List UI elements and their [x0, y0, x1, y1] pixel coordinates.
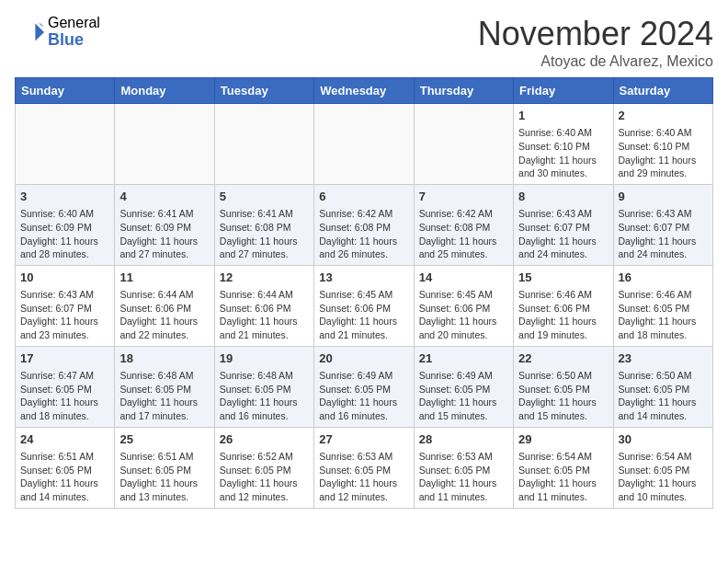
day-info: Sunrise: 6:47 AMSunset: 6:05 PMDaylight:…: [20, 369, 109, 423]
day-number: 20: [319, 350, 408, 367]
calendar-cell: 21Sunrise: 6:49 AMSunset: 6:05 PMDayligh…: [414, 346, 513, 427]
day-info: Sunrise: 6:49 AMSunset: 6:05 PMDaylight:…: [319, 369, 408, 423]
day-info: Sunrise: 6:51 AMSunset: 6:05 PMDaylight:…: [119, 450, 209, 504]
day-number: 29: [518, 431, 608, 448]
day-info: Sunrise: 6:44 AMSunset: 6:06 PMDaylight:…: [119, 288, 209, 342]
calendar-cell: 20Sunrise: 6:49 AMSunset: 6:05 PMDayligh…: [314, 346, 414, 427]
day-number: 1: [518, 108, 608, 124]
day-info: Sunrise: 6:50 AMSunset: 6:05 PMDaylight:…: [619, 369, 708, 423]
calendar-cell: 22Sunrise: 6:50 AMSunset: 6:05 PMDayligh…: [514, 346, 613, 427]
weekday-header: Friday: [514, 78, 613, 104]
day-info: Sunrise: 6:44 AMSunset: 6:06 PMDaylight:…: [220, 288, 309, 342]
page-header: General Blue November 2024 Atoyac de Alv…: [15, 15, 713, 70]
calendar-cell: 5Sunrise: 6:41 AMSunset: 6:08 PMDaylight…: [214, 184, 313, 265]
calendar-cell: 9Sunrise: 6:43 AMSunset: 6:07 PMDaylight…: [613, 184, 712, 265]
calendar-week-row: 1Sunrise: 6:40 AMSunset: 6:10 PMDaylight…: [16, 104, 713, 185]
day-number: 19: [220, 350, 309, 367]
calendar-cell: 2Sunrise: 6:40 AMSunset: 6:10 PMDaylight…: [613, 104, 712, 185]
day-info: Sunrise: 6:46 AMSunset: 6:05 PMDaylight:…: [619, 288, 708, 342]
day-info: Sunrise: 6:41 AMSunset: 6:08 PMDaylight:…: [220, 207, 309, 261]
day-number: 11: [119, 270, 209, 286]
day-number: 5: [220, 189, 309, 205]
logo: General Blue: [15, 15, 100, 49]
day-number: 28: [419, 431, 508, 448]
day-info: Sunrise: 6:43 AMSunset: 6:07 PMDaylight:…: [518, 207, 608, 261]
calendar-cell: 4Sunrise: 6:41 AMSunset: 6:09 PMDaylight…: [115, 184, 214, 265]
day-number: 26: [220, 431, 309, 448]
calendar-cell: [414, 104, 513, 185]
logo-blue: Blue: [48, 31, 100, 50]
calendar-cell: 29Sunrise: 6:54 AMSunset: 6:05 PMDayligh…: [514, 427, 613, 508]
day-info: Sunrise: 6:41 AMSunset: 6:09 PMDaylight:…: [119, 207, 209, 261]
calendar-cell: 14Sunrise: 6:45 AMSunset: 6:06 PMDayligh…: [414, 265, 513, 346]
location-title: Atoyac de Alvarez, Mexico: [478, 53, 713, 70]
calendar-week-row: 3Sunrise: 6:40 AMSunset: 6:09 PMDaylight…: [16, 184, 713, 265]
day-info: Sunrise: 6:40 AMSunset: 6:10 PMDaylight:…: [619, 126, 708, 180]
day-info: Sunrise: 6:42 AMSunset: 6:08 PMDaylight:…: [419, 207, 508, 261]
day-info: Sunrise: 6:42 AMSunset: 6:08 PMDaylight:…: [319, 207, 408, 261]
day-number: 9: [619, 189, 708, 205]
weekday-header: Monday: [115, 78, 214, 104]
day-number: 13: [319, 270, 408, 286]
logo-general: General: [48, 15, 100, 31]
day-number: 16: [619, 270, 708, 286]
calendar-cell: [16, 104, 115, 185]
day-number: 23: [619, 350, 708, 367]
calendar-cell: 24Sunrise: 6:51 AMSunset: 6:05 PMDayligh…: [16, 427, 115, 508]
day-number: 14: [419, 270, 508, 286]
weekday-header: Thursday: [414, 78, 513, 104]
day-number: 7: [419, 189, 508, 205]
calendar-cell: 1Sunrise: 6:40 AMSunset: 6:10 PMDaylight…: [514, 104, 613, 185]
calendar-cell: 15Sunrise: 6:46 AMSunset: 6:06 PMDayligh…: [514, 265, 613, 346]
day-info: Sunrise: 6:49 AMSunset: 6:05 PMDaylight:…: [419, 369, 508, 423]
calendar-table: SundayMondayTuesdayWednesdayThursdayFrid…: [15, 77, 713, 509]
day-info: Sunrise: 6:43 AMSunset: 6:07 PMDaylight:…: [20, 288, 109, 342]
calendar-cell: 23Sunrise: 6:50 AMSunset: 6:05 PMDayligh…: [613, 346, 712, 427]
day-info: Sunrise: 6:54 AMSunset: 6:05 PMDaylight:…: [518, 450, 608, 504]
day-info: Sunrise: 6:43 AMSunset: 6:07 PMDaylight:…: [619, 207, 708, 261]
calendar-cell: 8Sunrise: 6:43 AMSunset: 6:07 PMDaylight…: [514, 184, 613, 265]
svg-marker-1: [39, 23, 44, 28]
day-info: Sunrise: 6:46 AMSunset: 6:06 PMDaylight:…: [518, 288, 608, 342]
weekday-header: Sunday: [16, 78, 115, 104]
day-number: 4: [119, 189, 209, 205]
day-number: 2: [619, 108, 708, 124]
calendar-cell: 13Sunrise: 6:45 AMSunset: 6:06 PMDayligh…: [314, 265, 414, 346]
day-info: Sunrise: 6:40 AMSunset: 6:10 PMDaylight:…: [518, 126, 608, 180]
calendar-cell: 27Sunrise: 6:53 AMSunset: 6:05 PMDayligh…: [314, 427, 414, 508]
day-info: Sunrise: 6:48 AMSunset: 6:05 PMDaylight:…: [119, 369, 209, 423]
day-number: 24: [20, 431, 109, 448]
day-info: Sunrise: 6:48 AMSunset: 6:05 PMDaylight:…: [220, 369, 309, 423]
day-number: 30: [619, 431, 708, 448]
day-number: 21: [419, 350, 508, 367]
day-info: Sunrise: 6:52 AMSunset: 6:05 PMDaylight:…: [220, 450, 309, 504]
day-info: Sunrise: 6:54 AMSunset: 6:05 PMDaylight:…: [619, 450, 708, 504]
day-info: Sunrise: 6:50 AMSunset: 6:05 PMDaylight:…: [518, 369, 608, 423]
weekday-header: Wednesday: [314, 78, 414, 104]
month-title: November 2024: [478, 15, 713, 53]
day-number: 15: [518, 270, 608, 286]
day-number: 25: [119, 431, 209, 448]
day-info: Sunrise: 6:45 AMSunset: 6:06 PMDaylight:…: [319, 288, 408, 342]
calendar-cell: [115, 104, 214, 185]
calendar-cell: 28Sunrise: 6:53 AMSunset: 6:05 PMDayligh…: [414, 427, 513, 508]
day-info: Sunrise: 6:51 AMSunset: 6:05 PMDaylight:…: [20, 450, 109, 504]
calendar-cell: 26Sunrise: 6:52 AMSunset: 6:05 PMDayligh…: [214, 427, 313, 508]
day-info: Sunrise: 6:53 AMSunset: 6:05 PMDaylight:…: [319, 450, 408, 504]
calendar-cell: 17Sunrise: 6:47 AMSunset: 6:05 PMDayligh…: [16, 346, 115, 427]
day-info: Sunrise: 6:45 AMSunset: 6:06 PMDaylight:…: [419, 288, 508, 342]
calendar-week-row: 10Sunrise: 6:43 AMSunset: 6:07 PMDayligh…: [16, 265, 713, 346]
day-number: 10: [20, 270, 109, 286]
calendar-cell: 7Sunrise: 6:42 AMSunset: 6:08 PMDaylight…: [414, 184, 513, 265]
day-number: 17: [20, 350, 109, 367]
day-info: Sunrise: 6:53 AMSunset: 6:05 PMDaylight:…: [419, 450, 508, 504]
calendar-cell: 11Sunrise: 6:44 AMSunset: 6:06 PMDayligh…: [115, 265, 214, 346]
calendar-cell: 25Sunrise: 6:51 AMSunset: 6:05 PMDayligh…: [115, 427, 214, 508]
calendar-cell: 18Sunrise: 6:48 AMSunset: 6:05 PMDayligh…: [115, 346, 214, 427]
logo-icon: [15, 17, 44, 47]
day-number: 12: [220, 270, 309, 286]
calendar-header-row: SundayMondayTuesdayWednesdayThursdayFrid…: [16, 78, 713, 104]
weekday-header: Tuesday: [214, 78, 313, 104]
day-number: 3: [20, 189, 109, 205]
calendar-week-row: 24Sunrise: 6:51 AMSunset: 6:05 PMDayligh…: [16, 427, 713, 508]
